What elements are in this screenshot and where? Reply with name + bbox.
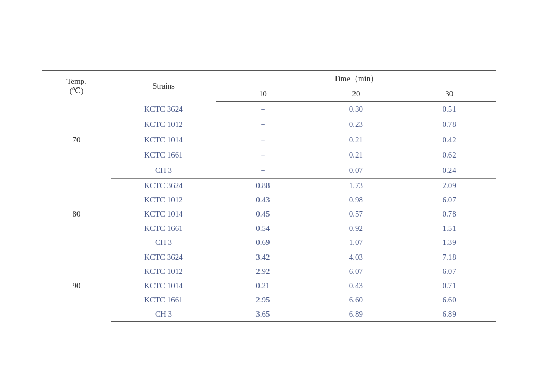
data-value: 2.09 <box>402 179 496 193</box>
strain-value: KCTC 1012 <box>111 117 216 132</box>
data-value: 6.07 <box>402 264 496 279</box>
data-value: 0.98 <box>310 193 403 207</box>
strain-value: KCTC 3624 <box>111 179 216 193</box>
data-value: 0.07 <box>310 163 403 179</box>
strain-value: KCTC 3624 <box>111 250 216 265</box>
data-value: 0.24 <box>402 163 496 179</box>
data-value: 2.92 <box>216 264 310 279</box>
table-row: 90KCTC 36243.424.037.18 <box>42 250 496 265</box>
temp-value: 90 <box>42 250 111 322</box>
strain-value: CH 3 <box>111 163 216 179</box>
data-value: － <box>216 117 310 132</box>
table-row: 80KCTC 36240.881.732.09 <box>42 179 496 193</box>
strain-value: KCTC 1661 <box>111 221 216 236</box>
table-container: Temp. (℃) Strains Time（min） 10 20 30 70K… <box>42 70 496 322</box>
data-value: 3.42 <box>216 250 310 265</box>
data-value: 0.62 <box>402 148 496 163</box>
data-value: － <box>216 163 310 179</box>
strain-value: KCTC 1661 <box>111 148 216 163</box>
data-value: 0.43 <box>310 279 403 293</box>
data-value: 0.23 <box>310 117 403 132</box>
data-value: 1.73 <box>310 179 403 193</box>
data-value: 0.54 <box>216 221 310 236</box>
data-value: 0.30 <box>310 101 403 117</box>
data-value: － <box>216 148 310 163</box>
strain-value: KCTC 1012 <box>111 264 216 279</box>
strain-value: KCTC 1014 <box>111 132 216 148</box>
strains-header: Strains <box>111 70 216 101</box>
data-value: 7.18 <box>402 250 496 265</box>
data-table: Temp. (℃) Strains Time（min） 10 20 30 70K… <box>42 70 496 322</box>
strain-value: CH 3 <box>111 236 216 250</box>
time-30-header: 30 <box>402 87 496 102</box>
data-value: 0.78 <box>402 207 496 221</box>
data-value: － <box>216 132 310 148</box>
data-value: 0.51 <box>402 101 496 117</box>
data-value: 0.21 <box>310 132 403 148</box>
strain-value: KCTC 1014 <box>111 279 216 293</box>
data-value: 6.89 <box>402 307 496 322</box>
data-value: 6.60 <box>402 293 496 307</box>
temp-value: 70 <box>42 101 111 179</box>
time-10-header: 10 <box>216 87 310 102</box>
temp-value: 80 <box>42 179 111 250</box>
data-value: 0.21 <box>216 279 310 293</box>
data-value: － <box>216 101 310 117</box>
data-value: 0.69 <box>216 236 310 250</box>
data-value: 6.89 <box>310 307 403 322</box>
data-value: 0.78 <box>402 117 496 132</box>
strain-value: KCTC 3624 <box>111 101 216 117</box>
strain-value: KCTC 1661 <box>111 293 216 307</box>
data-value: 1.51 <box>402 221 496 236</box>
data-value: 0.88 <box>216 179 310 193</box>
table-body: 70KCTC 3624－0.300.51KCTC 1012－0.230.78KC… <box>42 101 496 322</box>
strain-value: CH 3 <box>111 307 216 322</box>
data-value: 0.21 <box>310 148 403 163</box>
data-value: 0.43 <box>216 193 310 207</box>
data-value: 6.07 <box>310 264 403 279</box>
data-value: 1.07 <box>310 236 403 250</box>
time-header: Time（min） <box>216 70 496 87</box>
strain-value: KCTC 1014 <box>111 207 216 221</box>
data-value: 6.07 <box>402 193 496 207</box>
data-value: 0.92 <box>310 221 403 236</box>
data-value: 1.39 <box>402 236 496 250</box>
data-value: 0.42 <box>402 132 496 148</box>
time-20-header: 20 <box>310 87 403 102</box>
table-row: 70KCTC 3624－0.300.51 <box>42 101 496 117</box>
data-value: 4.03 <box>310 250 403 265</box>
data-value: 2.95 <box>216 293 310 307</box>
data-value: 3.65 <box>216 307 310 322</box>
temp-header: Temp. (℃) <box>42 70 111 101</box>
data-value: 0.45 <box>216 207 310 221</box>
header-row-top: Temp. (℃) Strains Time（min） <box>42 70 496 87</box>
data-value: 0.71 <box>402 279 496 293</box>
strain-value: KCTC 1012 <box>111 193 216 207</box>
data-value: 6.60 <box>310 293 403 307</box>
data-value: 0.57 <box>310 207 403 221</box>
